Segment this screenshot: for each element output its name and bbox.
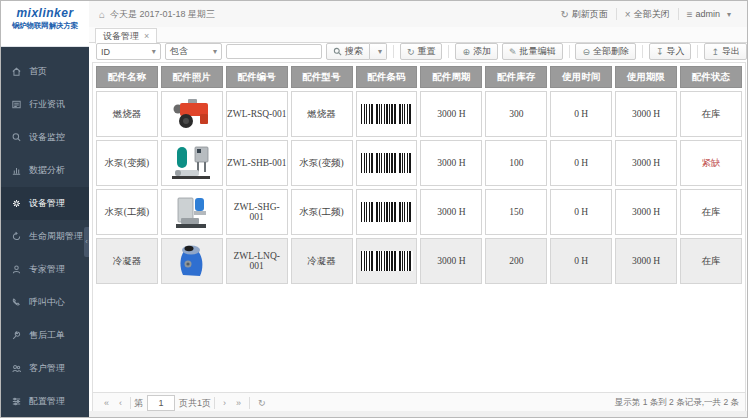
part-model-cell: 燃烧器: [291, 91, 353, 137]
menu-icon: ≡: [687, 9, 693, 20]
user-icon: [11, 264, 23, 276]
part-stock-cell: 150: [485, 189, 547, 235]
column-header[interactable]: 配件编号: [226, 66, 288, 88]
first-page-button[interactable]: «: [99, 398, 114, 408]
user-menu[interactable]: ≡ admin ▾: [679, 9, 739, 20]
export-button[interactable]: ↥ 导出: [704, 43, 747, 60]
part-barcode-cell: [356, 91, 418, 137]
divider: [393, 45, 394, 58]
sidebar-item-lifecycle-management[interactable]: 生命周期管理: [1, 220, 89, 253]
part-limit-cell: 3000 H: [615, 140, 677, 186]
barcode-image: [361, 153, 413, 173]
sidebar-item-label: 客户管理: [29, 362, 65, 375]
part-photo-cell: [161, 189, 223, 235]
sidebar-menu: 首页 行业资讯 设备监控 数据分析 设备管理 生命周期管理: [1, 47, 89, 418]
part-barcode-cell: [356, 238, 418, 284]
sidebar-collapse-handle[interactable]: ‹: [84, 227, 89, 257]
edit-icon: ✎: [509, 47, 517, 57]
part-stock-cell: 100: [485, 140, 547, 186]
part-code-cell: ZWL-SHG-001: [226, 189, 288, 235]
table-row-pump-pf[interactable]: 水泵(工频) ZWL-SHG-001 水泵(工频): [96, 189, 742, 235]
column-header[interactable]: 配件条码: [356, 66, 418, 88]
chevron-down-icon: ▾: [213, 47, 217, 56]
sidebar-item-label: 专家管理: [29, 263, 65, 276]
toolbar: ID ▾ 包含 ▾ 搜索 ▾ ↻ 重置: [89, 42, 747, 61]
column-header[interactable]: 配件型号: [291, 66, 353, 88]
burner-photo: [170, 97, 214, 131]
sidebar-item-device-monitor[interactable]: 设备监控: [1, 121, 89, 154]
sidebar-item-device-management[interactable]: 设备管理: [1, 187, 89, 220]
next-page-button[interactable]: ›: [218, 398, 231, 408]
search-input[interactable]: [226, 44, 322, 59]
sidebar-item-home[interactable]: 首页: [1, 55, 89, 88]
logo[interactable]: mixlinker 锅炉物联网解决方案: [1, 1, 89, 47]
topbar: ⌂ 今天是 2017-01-18 星期三 ↻ 刷新页面 × 全部关闭 ≡ adm…: [89, 1, 747, 28]
tab-close-icon[interactable]: ×: [144, 31, 149, 41]
column-header[interactable]: 配件周期: [420, 66, 482, 88]
part-code-cell: ZWL-LNQ-001: [226, 238, 288, 284]
table-header-row: 配件名称 配件照片 配件编号 配件型号 配件条码 配件周期 配件库存 使用时间 …: [96, 66, 742, 88]
column-header[interactable]: 配件状态: [680, 66, 742, 88]
part-limit-cell: 3000 H: [615, 91, 677, 137]
column-header[interactable]: 配件名称: [96, 66, 158, 88]
table-row-condenser[interactable]: 冷凝器 ZWL-LNQ-001 冷凝器: [96, 238, 742, 284]
lifecycle-icon: [11, 231, 23, 243]
column-header[interactable]: 使用期限: [615, 66, 677, 88]
sidebar-item-industry-news[interactable]: 行业资讯: [1, 88, 89, 121]
import-icon: ↧: [656, 47, 664, 57]
table-row-burner[interactable]: 燃烧器 ZWL-RSQ-001 燃烧: [96, 91, 742, 137]
sidebar-item-label: 行业资讯: [29, 98, 65, 111]
search-icon: [333, 47, 342, 56]
pump-vfd-photo: [170, 144, 214, 182]
column-header[interactable]: 配件库存: [485, 66, 547, 88]
app-window: mixlinker 锅炉物联网解决方案 首页 行业资讯 设备监控 数据分析: [0, 0, 748, 418]
sidebar-item-call-center[interactable]: 呼叫中心: [1, 286, 89, 319]
part-used-cell: 0 H: [550, 238, 612, 284]
page-number-input[interactable]: [147, 395, 175, 411]
divider: [130, 397, 131, 409]
table-row-pump-vfd[interactable]: 水泵(变频): [96, 140, 742, 186]
part-cycle-cell: 3000 H: [420, 140, 482, 186]
chevron-down-icon: ▾: [727, 10, 731, 19]
last-page-button[interactable]: »: [231, 398, 246, 408]
search-options-button[interactable]: ▾: [370, 43, 387, 60]
condenser-photo: [170, 242, 214, 280]
reload-grid-button[interactable]: ↻: [253, 398, 271, 408]
part-used-cell: 0 H: [550, 140, 612, 186]
sidebar-item-label: 设备监控: [29, 131, 65, 144]
column-header[interactable]: 配件照片: [161, 66, 223, 88]
sidebar-item-label: 数据分析: [29, 164, 65, 177]
import-button[interactable]: ↧ 导入: [649, 43, 692, 60]
monitor-search-icon: [11, 132, 23, 144]
close-all-button[interactable]: × 全部关闭: [617, 8, 678, 21]
home-icon: [11, 66, 23, 78]
gear-icon: [11, 198, 23, 210]
topbar-date: ⌂ 今天是 2017-01-18 星期三: [89, 8, 215, 21]
part-name-cell: 水泵(工频): [96, 189, 158, 235]
part-name-cell: 冷凝器: [96, 238, 158, 284]
close-icon: ×: [625, 9, 631, 20]
prev-page-button[interactable]: ‹: [114, 398, 127, 408]
wrench-icon: [11, 330, 23, 342]
part-photo-cell: [161, 238, 223, 284]
add-button[interactable]: ⊕ 添加: [455, 43, 498, 60]
operator-select[interactable]: 包含 ▾: [165, 43, 222, 60]
sidebar-item-customer-management[interactable]: 客户管理: [1, 352, 89, 385]
column-header[interactable]: 使用时间: [550, 66, 612, 88]
bottom-strip: [89, 411, 747, 417]
part-status-cell: 在库: [680, 238, 742, 284]
sidebar-item-label: 首页: [29, 65, 47, 78]
reset-button[interactable]: ↻ 重置: [400, 43, 443, 60]
sidebar-item-config-management[interactable]: 配置管理: [1, 385, 89, 418]
field-select[interactable]: ID ▾: [96, 43, 161, 60]
sidebar-item-aftersales-workorder[interactable]: 售后工单: [1, 319, 89, 352]
search-button[interactable]: 搜索: [326, 43, 370, 60]
sidebar-item-label: 呼叫中心: [29, 296, 65, 309]
batch-edit-button[interactable]: ✎ 批量编辑: [502, 43, 563, 60]
refresh-page-button[interactable]: ↻ 刷新页面: [552, 8, 615, 21]
sidebar-item-expert-management[interactable]: 专家管理: [1, 253, 89, 286]
delete-all-button[interactable]: ⊖ 全部删除: [575, 43, 636, 60]
part-code-cell: ZWL-RSQ-001: [226, 91, 288, 137]
part-model-cell: 冷凝器: [291, 238, 353, 284]
sidebar-item-data-analysis[interactable]: 数据分析: [1, 154, 89, 187]
